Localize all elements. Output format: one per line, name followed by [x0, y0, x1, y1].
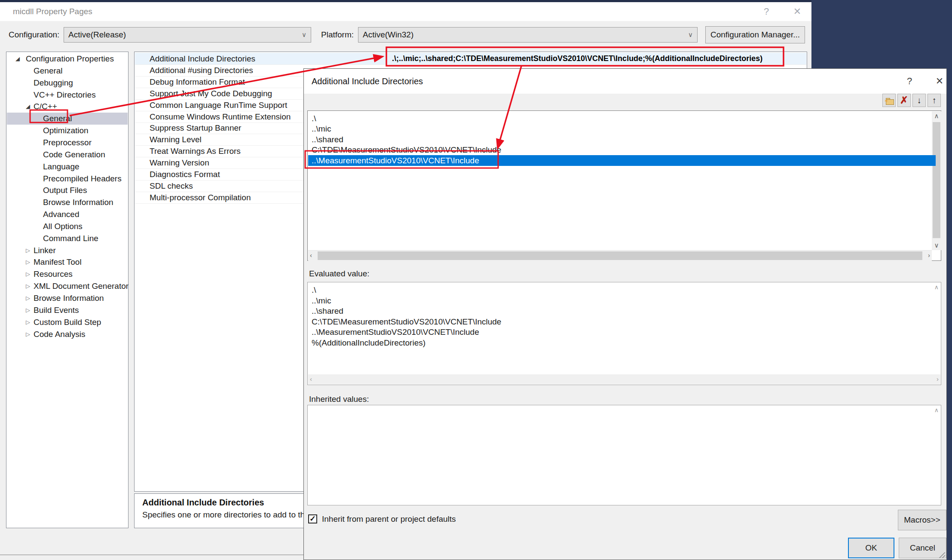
close-button[interactable]: ✕	[790, 2, 805, 21]
evaluated-line: ..\shared	[312, 306, 343, 316]
tree-item-language[interactable]: Language	[7, 161, 128, 173]
tree-item-configuration-properties[interactable]: ◢Configuration Properties	[7, 53, 128, 65]
description-title: Additional Include Directories	[142, 498, 264, 508]
tree-item-linker[interactable]: ▷Linker	[7, 245, 128, 257]
delete-icon: ✗	[900, 95, 908, 106]
list-item-[interactable]: .\	[308, 113, 936, 124]
tree-item-xml-document-generator[interactable]: ▷XML Document Generator	[7, 280, 128, 292]
window-titlebar[interactable]: micdll Property Pages ? ✕	[0, 2, 811, 21]
list-item-shared[interactable]: ..\shared	[308, 134, 936, 145]
tree-item-custom-build-step[interactable]: ▷Custom Build Step	[7, 316, 128, 328]
include-directories-list[interactable]: ∧ ∨ ‹ › .\..\mic..\sharedC:\TDE\Measurem…	[307, 110, 941, 261]
list-item-measurementstudiovs2010-vcnet-include[interactable]: ..\MeasurementStudioVS2010\VCNET\Include	[308, 155, 936, 166]
list-item-mic[interactable]: ..\mic	[308, 123, 936, 134]
tree-collapsed-icon[interactable]: ▷	[26, 280, 30, 292]
scroll-right-icon[interactable]: ›	[937, 375, 939, 383]
window-title: micdll Property Pages	[13, 2, 92, 21]
tree-item-advanced[interactable]: Advanced	[7, 208, 128, 220]
scroll-right-icon[interactable]: ›	[928, 251, 930, 259]
scroll-down-icon[interactable]: ∨	[932, 242, 941, 249]
tree-item-label: Precompiled Headers	[43, 173, 122, 185]
evaluated-line: .\	[312, 285, 316, 295]
tree-item-browse-information[interactable]: Browse Information	[7, 196, 128, 208]
tree-item-all-options[interactable]: All Options	[7, 220, 128, 233]
tree-item-build-events[interactable]: ▷Build Events	[7, 304, 128, 316]
horizontal-scrollbar[interactable]: ‹ ›	[308, 374, 940, 384]
scroll-up-icon[interactable]: ∧	[934, 407, 939, 413]
tree-collapsed-icon[interactable]: ▷	[26, 256, 30, 268]
tree-item-general[interactable]: General	[7, 65, 128, 77]
tree-collapsed-icon[interactable]: ▷	[26, 245, 30, 257]
tree-item-label: XML Document Generator	[34, 280, 129, 292]
tree-collapsed-icon[interactable]: ▷	[26, 292, 30, 304]
new-line-button[interactable]: ✶	[882, 94, 896, 107]
inherit-checkbox-label: Inherit from parent or project defaults	[322, 514, 456, 524]
chevron-down-icon: ∨	[688, 28, 693, 42]
tree-item-vc-directories[interactable]: VC++ Directories	[7, 89, 128, 101]
scroll-left-icon[interactable]: ‹	[310, 375, 312, 383]
delete-line-button[interactable]: ✗	[897, 94, 911, 107]
tree-item-command-line[interactable]: Command Line	[7, 233, 128, 245]
ok-button[interactable]: OK	[848, 538, 894, 558]
help-button[interactable]: ?	[759, 2, 774, 21]
tree-expanded-icon[interactable]: ◢	[26, 101, 30, 113]
chevron-down-icon: ∨	[302, 28, 306, 42]
horizontal-scrollbar[interactable]: ‹ ›	[308, 250, 932, 261]
grid-row-label: Common Language RunTime Support	[150, 99, 287, 111]
scroll-up-icon[interactable]: ∧	[934, 284, 939, 291]
grid-row-label: Suppress Startup Banner	[150, 122, 241, 134]
tree-collapsed-icon[interactable]: ▷	[26, 328, 30, 340]
tree-item-label: VC++ Directories	[34, 89, 96, 101]
configuration-value: Active(Release)	[68, 30, 126, 39]
tree-collapsed-icon[interactable]: ▷	[26, 304, 30, 316]
inherited-values-label: Inherited values:	[309, 395, 369, 404]
scrollbar-thumb[interactable]	[318, 251, 922, 260]
dialog-titlebar[interactable]: Additional Include Directories ? ✕	[304, 69, 946, 94]
grid-row-label: Additional #using Directories	[150, 64, 253, 76]
configuration-label: Configuration:	[9, 27, 59, 43]
configuration-manager-button[interactable]: Configuration Manager...	[705, 26, 805, 43]
inherit-checkbox[interactable]: ✓	[308, 514, 317, 523]
tree-collapsed-icon[interactable]: ▷	[26, 268, 30, 280]
grid-row-label: Diagnostics Format	[150, 168, 220, 180]
tree-item-label: General	[43, 113, 72, 125]
inherited-values-box[interactable]: ∧	[307, 405, 941, 505]
tree-item-label: Linker	[34, 245, 56, 257]
tree-item-label: C/C++	[34, 101, 57, 113]
dialog-help-button[interactable]: ?	[902, 69, 917, 94]
grid-value-additional-include-directories[interactable]: .\;..\mic;..\shared;C:\TDE\MeasurementSt…	[392, 53, 762, 64]
tree-collapsed-icon[interactable]: ▷	[26, 316, 30, 328]
dialog-close-button[interactable]: ✕	[932, 69, 947, 94]
move-down-button[interactable]: ↓	[912, 94, 926, 107]
configuration-dropdown[interactable]: Active(Release) ∨	[64, 27, 311, 43]
evaluated-value-box: ∧ ‹ › .\..\mic..\sharedC:\TDE\Measuremen…	[307, 282, 941, 385]
platform-dropdown[interactable]: Active(Win32) ∨	[358, 27, 698, 43]
tree-item-manifest-tool[interactable]: ▷Manifest Tool	[7, 256, 128, 268]
tree-item-optimization[interactable]: Optimization	[7, 125, 128, 137]
list-item-c-tde-measurementstudiovs2010-vcnet-include[interactable]: C:\TDE\MeasurementStudioVS2010\VCNET\Inc…	[308, 144, 936, 155]
tree-item-preprocessor[interactable]: Preprocessor	[7, 137, 128, 149]
grid-row-additional-include-directories[interactable]: Additional Include Directories.\;..\mic;…	[135, 53, 806, 65]
tree-item-browse-information[interactable]: ▷Browse Information	[7, 292, 128, 304]
config-tree: ◢Configuration PropertiesGeneralDebuggin…	[6, 52, 129, 528]
evaluated-line: C:\TDE\MeasurementStudioVS2010\VCNET\Inc…	[312, 316, 501, 327]
tree-item-code-analysis[interactable]: ▷Code Analysis	[7, 328, 128, 340]
grid-row-label: Debug Information Format	[150, 76, 245, 88]
tree-item-debugging[interactable]: Debugging	[7, 77, 128, 89]
tree-item-output-files[interactable]: Output Files	[7, 184, 128, 196]
resize-grip[interactable]	[939, 552, 945, 558]
dialog-title: Additional Include Directories	[312, 69, 423, 94]
tree-item-label: Build Events	[34, 304, 79, 316]
tree-item-general[interactable]: General	[7, 113, 128, 125]
macros-button[interactable]: Macros>>	[898, 510, 946, 530]
tree-item-c-c[interactable]: ◢C/C++	[7, 101, 128, 113]
scroll-left-icon[interactable]: ‹	[310, 251, 312, 259]
grid-row-label: Consume Windows Runtime Extension	[150, 111, 291, 122]
tree-item-label: Custom Build Step	[34, 316, 101, 328]
tree-item-code-generation[interactable]: Code Generation	[7, 149, 128, 161]
additional-include-directories-dialog: Additional Include Directories ? ✕ ✶ ✗ ↓…	[303, 68, 947, 560]
tree-item-precompiled-headers[interactable]: Precompiled Headers	[7, 173, 128, 185]
tree-item-resources[interactable]: ▷Resources	[7, 268, 128, 280]
move-up-button[interactable]: ↑	[928, 94, 941, 107]
tree-expanded-icon[interactable]: ◢	[15, 53, 20, 65]
